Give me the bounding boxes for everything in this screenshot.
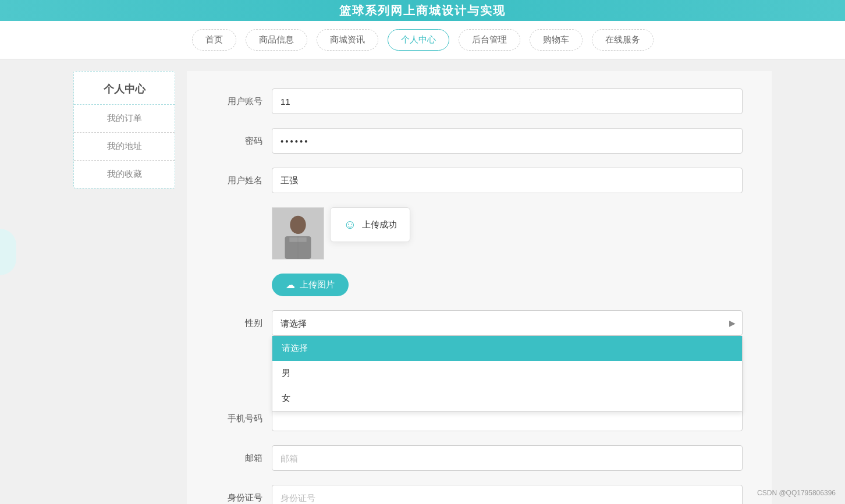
nav-item-news[interactable]: 商城资讯 (317, 29, 378, 51)
header-bar: 篮球系列网上商城设计与实现 (0, 0, 845, 21)
username-row: 用户姓名 (216, 168, 743, 193)
nav-item-admin[interactable]: 后台管理 (459, 29, 520, 51)
nav-item-home[interactable]: 首页 (192, 29, 236, 51)
dropdown-option-male[interactable]: 男 (272, 361, 742, 386)
nav-item-profile[interactable]: 个人中心 (388, 29, 449, 51)
gender-select[interactable]: 请选择 男 女 (272, 310, 743, 336)
avatar-wrapper: ☺ 上传成功 (272, 207, 324, 260)
nav-item-service[interactable]: 在线服务 (592, 29, 654, 51)
sidebar-item-favorites[interactable]: 我的收藏 (74, 161, 175, 188)
avatar-image (272, 207, 324, 260)
id-row: 身份证号 (216, 485, 743, 504)
sidebar-item-orders[interactable]: 我的订单 (74, 105, 175, 133)
nav-bar: 首页 商品信息 商城资讯 个人中心 后台管理 购物车 在线服务 (0, 21, 845, 59)
nav-item-products[interactable]: 商品信息 (246, 29, 307, 51)
toast-text: 上传成功 (362, 219, 397, 230)
upload-image-button[interactable]: ☁ 上传图片 (272, 274, 349, 296)
upload-cloud-icon: ☁ (286, 279, 295, 290)
toast-popup: ☺ 上传成功 (330, 207, 410, 242)
header-title: 篮球系列网上商城设计与实现 (339, 3, 506, 19)
id-input[interactable] (272, 485, 743, 504)
email-input[interactable] (272, 445, 743, 471)
id-label: 身份证号 (216, 492, 262, 503)
sidebar: 个人中心 我的订单 我的地址 我的收藏 (73, 71, 175, 189)
account-label: 用户账号 (216, 96, 262, 107)
upload-btn-row: ☁ 上传图片 (216, 274, 743, 296)
sidebar-title: 个人中心 (74, 72, 175, 105)
username-input[interactable] (272, 168, 743, 193)
toast-icon: ☺ (343, 217, 356, 232)
avatar-row: ☺ 上传成功 (216, 207, 743, 260)
gender-row: 性别 请选择 男 女 ▶ 请选择 男 女 (216, 310, 743, 336)
left-bubble (0, 229, 16, 275)
email-row: 邮箱 (216, 445, 743, 471)
username-label: 用户姓名 (216, 175, 262, 186)
gender-label: 性别 (216, 318, 262, 329)
avatar-inner (272, 208, 324, 259)
account-input[interactable] (272, 88, 743, 114)
password-row: 密码 (216, 128, 743, 154)
svg-point-1 (290, 216, 306, 234)
content-area: 用户账号 密码 用户姓名 (187, 71, 772, 504)
dropdown-option-placeholder[interactable]: 请选择 (272, 336, 742, 361)
nav-item-cart[interactable]: 购物车 (530, 29, 583, 51)
person-silhouette (272, 207, 324, 260)
main-layout: 个人中心 我的订单 我的地址 我的收藏 用户账号 密码 用户姓名 (73, 71, 772, 504)
footer-watermark: CSDN @QQ1795806396 (757, 489, 836, 497)
password-label: 密码 (216, 136, 262, 147)
account-row: 用户账号 (216, 88, 743, 114)
password-input[interactable] (272, 128, 743, 154)
gender-dropdown: 请选择 男 女 (272, 336, 743, 411)
upload-btn-label: 上传图片 (300, 279, 335, 290)
gender-select-wrapper: 请选择 男 女 ▶ 请选择 男 女 (272, 310, 743, 336)
phone-label: 手机号码 (216, 413, 262, 424)
dropdown-option-female[interactable]: 女 (272, 386, 742, 411)
sidebar-item-address[interactable]: 我的地址 (74, 133, 175, 161)
email-label: 邮箱 (216, 453, 262, 464)
